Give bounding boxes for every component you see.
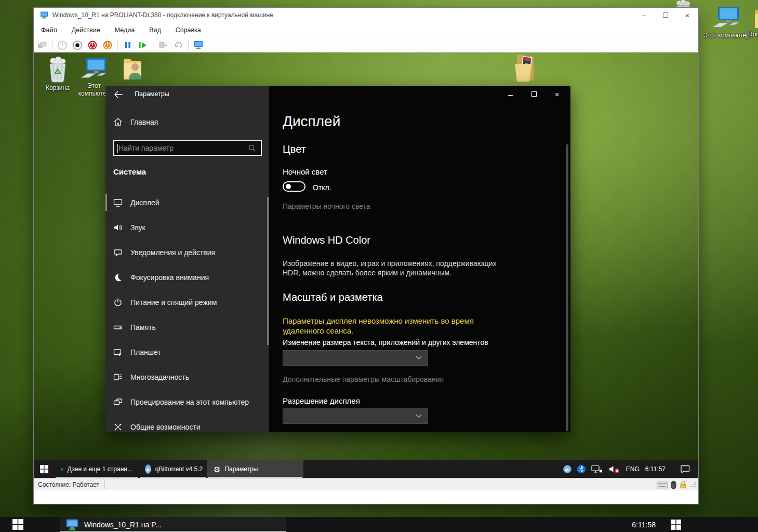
sidebar-item-multitasking[interactable]: Многозадачность [105, 365, 269, 390]
turn-off-vm-icon[interactable] [72, 40, 83, 50]
pictures-folder-icon [513, 52, 538, 85]
nav-label: Питание и спящий режим [130, 298, 217, 307]
nav-label: Память [130, 323, 156, 331]
sidebar-item-shared-experiences[interactable]: Общие возможности [105, 415, 269, 432]
start-vm-icon[interactable] [57, 40, 68, 50]
checkpoint-icon[interactable] [158, 40, 168, 50]
vmconnect-close-button[interactable]: × [684, 11, 691, 20]
back-icon[interactable] [114, 90, 123, 99]
vm-desktop: Корзина Этот компьютер [34, 52, 698, 478]
revert-icon[interactable] [173, 40, 183, 50]
vm-recycle-bin-icon[interactable]: Корзина [38, 57, 77, 92]
night-light-settings-link[interactable]: Параметры ночного света [283, 202, 370, 210]
resolution-dropdown[interactable] [283, 408, 428, 424]
ctrl-alt-del-icon[interactable] [37, 40, 47, 50]
home-icon [113, 117, 123, 126]
settings-app-title: Параметры [135, 90, 169, 98]
sidebar-item-home[interactable]: Главная [113, 117, 158, 126]
resolution-label: Разрешение дисплея [283, 396, 360, 405]
tablet-icon [113, 348, 123, 357]
search-input[interactable] [114, 144, 248, 152]
section-header-system: Система [113, 167, 146, 176]
sidebar-item-storage[interactable]: Память [105, 315, 269, 340]
settings-search-box[interactable] [113, 140, 262, 156]
settings-minimize-button[interactable]: – [508, 90, 513, 100]
host-start-button[interactable] [0, 517, 35, 532]
enhanced-session-icon[interactable] [193, 40, 204, 50]
nav-label: Многозадачность [130, 373, 189, 381]
host-this-pc-icon[interactable]: Этот компьютер [702, 6, 750, 39]
host-task-vm-window[interactable]: Windows_10_R1 на P... [60, 517, 286, 532]
windows-logo-icon [671, 520, 681, 530]
sidebar-item-tablet[interactable]: Планшет [105, 340, 269, 365]
sound-icon [113, 223, 123, 232]
color-heading: Цвет [283, 143, 306, 155]
vm-start-button[interactable] [34, 460, 55, 478]
night-light-toggle[interactable] [283, 181, 305, 192]
sidebar-item-notifications[interactable]: Уведомления и действия [105, 240, 269, 265]
menu-help[interactable]: Справка [175, 25, 202, 35]
resume-vm-icon[interactable] [138, 40, 148, 50]
host-start-button-2[interactable] [666, 517, 686, 532]
home-label: Главная [130, 118, 158, 126]
tray-qbittorrent-icon[interactable]: qb [563, 465, 571, 473]
sidebar-scrollbar[interactable] [267, 197, 269, 345]
host-this-pc-label: Этот компьютер [702, 32, 750, 39]
content-scrollbar[interactable] [566, 144, 568, 431]
volume-muted-icon[interactable] [608, 465, 620, 473]
user-folder-icon [119, 57, 145, 82]
host-taskbar: Windows_10_R1 на P... 6:11:58 Windows_10… [0, 517, 758, 532]
settings-close-button[interactable]: × [555, 90, 559, 99]
nav-label: Общие возможности [130, 423, 201, 431]
settings-window: Параметры Главная [105, 86, 570, 432]
chevron-down-icon [416, 414, 422, 418]
search-icon[interactable] [248, 144, 256, 152]
taskbar-settings-label: Параметры [224, 466, 258, 473]
menu-action[interactable]: Действие [71, 25, 101, 35]
shutdown-vm-icon[interactable] [87, 40, 98, 50]
taskbar-settings-task[interactable]: ⚙ Параметры [207, 460, 303, 478]
tray-clock[interactable]: 6:11:57 [645, 466, 666, 473]
advanced-scaling-link[interactable]: Дополнительные параметры масштабирования [283, 375, 444, 383]
vm-pictures-folder-icon[interactable] [506, 52, 545, 85]
hdr-heading: Windows HD Color [283, 234, 370, 246]
vmconnect-minimize-button[interactable]: – [640, 11, 647, 19]
text-caret [117, 144, 118, 153]
bluetooth-icon[interactable] [577, 465, 586, 473]
shared-experiences-icon [113, 422, 123, 432]
settings-content: – × Дисплей Цвет Ночной свет Откл. Парам… [269, 86, 570, 432]
menu-file[interactable]: Файл [40, 25, 58, 35]
vm-taskbar: Дзен и еще 1 страни... qb qBittorrent v4… [34, 460, 698, 478]
host-task-label: Windows_10_R1 на P... [84, 521, 161, 529]
vmconnect-menubar: Файл Действие Медиа Вид Справка [34, 22, 698, 38]
host-folder-label: Rom [748, 31, 758, 38]
action-center-icon[interactable] [680, 465, 690, 473]
vm-system-tray: qb ENG 6:11:57 [563, 460, 690, 478]
vmconnect-maximize-button[interactable] [663, 12, 668, 18]
settings-maximize-button[interactable] [531, 91, 537, 97]
taskbar-edge-task[interactable]: Дзен и еще 1 страни... [55, 460, 139, 478]
sidebar-item-power-sleep[interactable]: Питание и спящий режим [105, 290, 269, 315]
host-folder-icon[interactable]: Rom [748, 7, 758, 38]
vmconnect-titlebar[interactable]: Windows_10_R1 на PROLIANT-DL380 - подклю… [34, 8, 698, 22]
menu-media[interactable]: Медиа [114, 25, 136, 35]
network-icon[interactable] [591, 465, 603, 473]
taskbar-qbittorrent-task[interactable]: qb qBittorrent v4.5.2 [139, 460, 207, 478]
host-clock[interactable]: 6:11:58 [632, 517, 656, 532]
host-recycle-bin-icon[interactable] [674, 0, 695, 7]
sidebar-item-focus-assist[interactable]: Фокусировка внимания [105, 265, 269, 290]
sidebar-item-sound[interactable]: Звук [105, 215, 269, 240]
pause-vm-icon[interactable] [123, 40, 133, 50]
scale-dropdown-label: Изменение размера текста, приложений и д… [283, 338, 488, 347]
sidebar-item-display[interactable]: Дисплей [105, 190, 269, 215]
vmconnect-title: Windows_10_R1 на PROLIANT-DL380 - подклю… [52, 11, 273, 19]
tray-language[interactable]: ENG [626, 466, 640, 473]
resize-grip[interactable] [690, 482, 696, 488]
menu-view[interactable]: Вид [148, 25, 162, 35]
save-vm-icon[interactable] [102, 40, 113, 50]
nav-label: Звук [130, 223, 145, 232]
scale-dropdown[interactable] [283, 350, 428, 366]
sidebar-item-projecting[interactable]: Проецирование на этот компьютер [105, 390, 269, 415]
storage-icon [113, 323, 123, 332]
vm-user-folder-icon[interactable] [113, 57, 152, 82]
